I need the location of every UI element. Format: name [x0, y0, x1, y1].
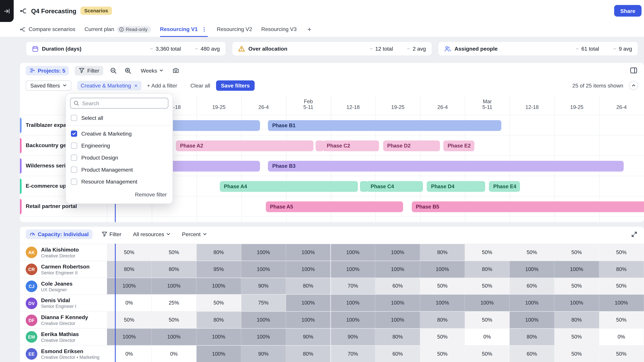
capacity-cell[interactable]: 75% [241, 295, 286, 311]
capacity-cell[interactable]: 50% [554, 329, 599, 345]
filter-option[interactable]: Creative & Marketing [66, 128, 172, 140]
capacity-cell[interactable]: 50% [465, 312, 510, 328]
capacity-cell[interactable]: 100% [376, 244, 420, 260]
capacity-cell[interactable]: 50% [510, 244, 554, 260]
tab-compare-scenarios[interactable]: Compare scenarios [20, 22, 76, 37]
capacity-filter-button[interactable]: Filter [99, 231, 124, 238]
remove-filter-button[interactable]: Remove filter [129, 188, 172, 202]
filter-option[interactable]: Engineering [66, 140, 172, 152]
capacity-cell[interactable]: 50% [465, 244, 510, 260]
checkbox[interactable] [71, 131, 77, 137]
capacity-cell[interactable]: 80% [152, 261, 196, 277]
gantt-bar[interactable]: Phase E2 [444, 140, 474, 151]
gantt-bar[interactable]: Phase C2 [323, 140, 379, 151]
capacity-cell[interactable]: 100% [599, 295, 644, 311]
capacity-cell[interactable]: 50% [465, 346, 510, 362]
capacity-cell[interactable]: 100% [107, 329, 152, 345]
kebab-icon[interactable]: ⋮ [200, 26, 208, 32]
capacity-cell[interactable]: 90% [286, 329, 331, 345]
projects-count-button[interactable]: Projects: 5 [26, 66, 69, 75]
capacity-cell[interactable]: 100% [286, 312, 331, 328]
checkbox[interactable] [71, 115, 77, 121]
capacity-cell[interactable]: 80% [420, 244, 465, 260]
capacity-cell[interactable]: 70% [331, 346, 376, 362]
capacity-cell[interactable]: 50% [599, 312, 644, 328]
capacity-cell[interactable]: 80% [196, 312, 241, 328]
zoom-in-button[interactable] [124, 66, 132, 75]
tab-resourcing-v3[interactable]: Resourcing V3 [261, 22, 297, 37]
capacity-cell[interactable]: 0% [107, 346, 152, 362]
capacity-cell[interactable]: 60% [376, 346, 420, 362]
saved-filters-dropdown[interactable]: Saved filters [26, 80, 71, 90]
filter-option[interactable]: Product Design [66, 152, 172, 164]
tab-resourcing-v2[interactable]: Resourcing V2 [217, 22, 252, 37]
expand-button[interactable] [630, 230, 638, 238]
capacity-cell[interactable]: 50% [554, 346, 599, 362]
capacity-cell[interactable]: 0% [599, 329, 644, 345]
capacity-cell[interactable]: 100% [510, 261, 554, 277]
capacity-cell[interactable]: 80% [286, 278, 331, 294]
capacity-cell[interactable]: 100% [286, 244, 331, 260]
gantt-bar[interactable]: Phase B5 [412, 201, 644, 212]
capacity-cell[interactable]: 50% [420, 278, 465, 294]
capacity-cell[interactable]: 100% [107, 278, 152, 294]
capacity-cell[interactable]: 100% [286, 295, 331, 311]
capacity-cell[interactable]: 100% [331, 312, 376, 328]
filter-option[interactable]: Product Management [66, 164, 172, 176]
capacity-cell[interactable]: 50% [554, 278, 599, 294]
capacity-mode-button[interactable]: Capacity: Individual [26, 229, 92, 239]
capacity-cell[interactable]: 100% [376, 295, 420, 311]
capacity-cell[interactable]: 90% [241, 346, 286, 362]
capacity-cell[interactable]: 60% [510, 346, 554, 362]
capacity-cell[interactable]: 50% [420, 329, 465, 345]
capacity-cell[interactable]: 100% [241, 261, 286, 277]
gantt-bar[interactable]: Phase A5 [266, 201, 403, 212]
search-input[interactable] [70, 98, 168, 109]
capacity-cell[interactable]: 100% [196, 329, 241, 345]
share-button[interactable]: Share [614, 5, 642, 16]
capacity-cell[interactable]: 0% [465, 329, 510, 345]
capacity-cell[interactable]: 80% [286, 346, 331, 362]
camera-button[interactable] [172, 66, 180, 75]
capacity-cell[interactable]: 90% [241, 278, 286, 294]
capacity-cell[interactable]: 100% [420, 295, 465, 311]
capacity-cell[interactable]: 100% [376, 312, 420, 328]
capacity-cell[interactable]: 60% [376, 278, 420, 294]
gantt-bar[interactable]: Phase B3 [268, 161, 624, 171]
tab-current-plan[interactable]: Current plan Read-only [84, 22, 151, 37]
capacity-cell[interactable]: 100% [331, 244, 376, 260]
capacity-cell[interactable]: 25% [152, 295, 196, 311]
save-filters-button[interactable]: Save filters [216, 80, 255, 90]
capacity-cell[interactable]: 50% [107, 312, 152, 328]
checkbox[interactable] [71, 155, 77, 161]
capacity-cell[interactable]: 100% [152, 329, 196, 345]
capacity-cell[interactable]: 100% [331, 261, 376, 277]
gantt-bar[interactable]: Phase A4 [220, 181, 358, 192]
active-filter-chip[interactable]: Creative & Marketing × [77, 81, 141, 90]
capacity-cell[interactable]: 80% [107, 261, 152, 277]
capacity-cell[interactable]: 50% [152, 244, 196, 260]
capacity-cell[interactable]: 100% [420, 261, 465, 277]
capacity-cell[interactable]: 100% [554, 295, 599, 311]
sidebar-collapse-button[interactable] [0, 0, 14, 22]
capacity-cell[interactable]: 80% [554, 312, 599, 328]
capacity-cell[interactable]: 100% [510, 295, 554, 311]
checkbox[interactable] [71, 179, 77, 185]
clear-all-button[interactable]: Clear all [190, 82, 210, 88]
capacity-cell[interactable]: 100% [510, 312, 554, 328]
capacity-cell[interactable]: 50% [554, 244, 599, 260]
capacity-cell[interactable]: 50% [599, 278, 644, 294]
capacity-cell[interactable]: 100% [196, 346, 241, 362]
gantt-bar[interactable]: Phase A2 [176, 140, 314, 151]
capacity-cell[interactable]: 0% [152, 346, 196, 362]
select-all-option[interactable]: Select all [66, 112, 172, 124]
capacity-cell[interactable]: 100% [554, 261, 599, 277]
capacity-cell[interactable]: 50% [465, 278, 510, 294]
zoom-out-button[interactable] [109, 66, 118, 75]
capacity-cell[interactable]: 80% [420, 312, 465, 328]
capacity-cell[interactable]: 100% [331, 295, 376, 311]
capacity-cell[interactable]: 50% [599, 346, 644, 362]
capacity-cell[interactable]: 80% [376, 329, 420, 345]
capacity-cell[interactable]: 80% [196, 244, 241, 260]
gantt-bar[interactable]: Phase C4 [366, 181, 423, 192]
